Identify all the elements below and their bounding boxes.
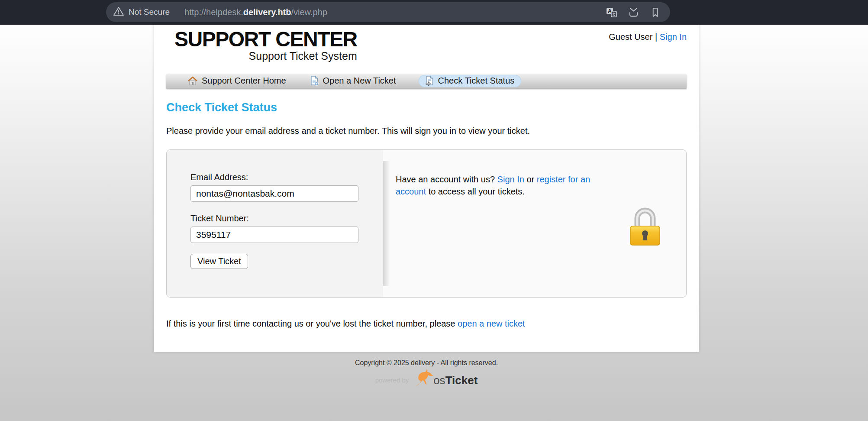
page-title: Check Ticket Status xyxy=(166,101,277,114)
tab-label: Support Center Home xyxy=(202,76,286,86)
first-time-note: If this is your first time contacting us… xyxy=(166,319,525,329)
email-label: Email Address: xyxy=(190,172,383,182)
account-prompt-text: Have an account with us? xyxy=(396,175,495,184)
save-page-icon[interactable] xyxy=(628,6,639,18)
powered-by-label: powered by xyxy=(375,376,409,384)
logo-title: SUPPORT CENTER xyxy=(174,28,357,51)
email-field[interactable] xyxy=(190,185,358,202)
ticket-number-field[interactable] xyxy=(190,227,358,243)
account-prompt-or: or xyxy=(526,175,534,184)
account-sign-in-link[interactable]: Sign In xyxy=(497,175,524,184)
ticket-status-box: Email Address: Ticket Number: View Ticke… xyxy=(166,149,687,298)
tab-check-ticket-status[interactable]: Check Ticket Status xyxy=(419,75,522,87)
copyright-text: Copyright © 2025 delivery - All rights r… xyxy=(154,359,699,367)
tab-label: Check Ticket Status xyxy=(438,76,515,86)
osticket-logo[interactable]: osTicket xyxy=(433,374,478,387)
nav-bar: Support Center Home Open a New Ticket xyxy=(166,74,687,88)
padlock-icon xyxy=(628,206,662,249)
check-status-icon xyxy=(426,76,434,86)
warning-icon xyxy=(113,6,124,19)
view-ticket-button[interactable]: View Ticket xyxy=(190,254,248,269)
translate-icon[interactable]: A xyxy=(606,6,617,18)
site-logo: SUPPORT CENTER Support Ticket System xyxy=(174,28,357,62)
separator: | xyxy=(655,32,657,42)
user-status-bar: Guest User | Sign In xyxy=(609,32,687,42)
ticket-number-label: Ticket Number: xyxy=(190,214,383,223)
address-bar[interactable]: Not Secure http://helpdesk.delivery.htb/… xyxy=(106,2,670,22)
url-text[interactable]: http://helpdesk.delivery.htb/view.php xyxy=(184,7,327,17)
open-new-ticket-link[interactable]: open a new ticket xyxy=(458,319,525,328)
account-prompt-tail: to access all your tickets. xyxy=(429,187,525,196)
logo-subtitle: Support Ticket System xyxy=(174,50,357,62)
account-prompt: Have an account with us? Sign In or regi… xyxy=(396,173,603,198)
tab-label: Open a New Ticket xyxy=(323,76,396,86)
tab-open-new-ticket[interactable]: Open a New Ticket xyxy=(309,75,398,87)
content-area: SUPPORT CENTER Support Ticket System Gue… xyxy=(154,25,699,352)
tab-support-center-home[interactable]: Support Center Home xyxy=(186,75,288,87)
guest-user-label: Guest User xyxy=(609,32,652,42)
osticket-kangaroo-icon xyxy=(414,369,435,389)
intro-text: Please provide your email address and a … xyxy=(166,126,530,136)
browser-chrome: Not Secure http://helpdesk.delivery.htb/… xyxy=(0,0,868,25)
home-icon xyxy=(188,76,197,86)
address-bar-actions: A xyxy=(606,6,664,18)
ticket-lookup-form: Email Address: Ticket Number: View Ticke… xyxy=(167,150,383,297)
sign-in-link[interactable]: Sign In xyxy=(660,32,687,42)
screen: Not Secure http://helpdesk.delivery.htb/… xyxy=(0,0,868,421)
security-chip[interactable]: Not Secure xyxy=(113,6,170,19)
powered-by: powered by osTicket xyxy=(154,369,699,389)
bookmark-icon[interactable] xyxy=(650,7,661,18)
new-ticket-icon xyxy=(310,76,319,86)
security-label: Not Secure xyxy=(129,7,170,17)
note-text: If this is your first time contacting us… xyxy=(166,319,455,328)
